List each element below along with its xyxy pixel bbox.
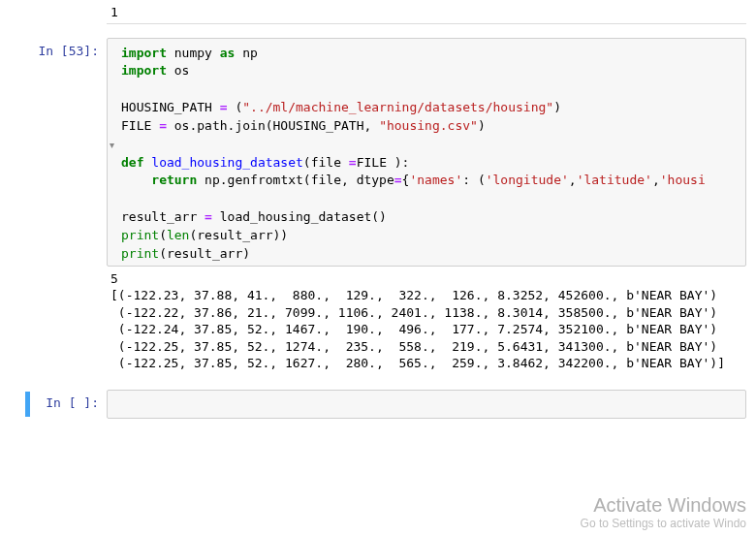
windows-activation-watermark: Activate Windows Go to Settings to activ…	[581, 494, 746, 530]
code-text[interactable]: import numpy as np import os HOUSING_PAT…	[121, 45, 738, 264]
input-prompt-53: In [53]:	[0, 38, 107, 64]
empty-code-cell[interactable]: In [ ]:	[0, 390, 746, 419]
code-scroll-region[interactable]: import numpy as np import os HOUSING_PAT…	[108, 45, 745, 266]
code-cell-53: In [53]: ▾ import numpy as np import os …	[0, 38, 746, 380]
cell-53-output: 5 [(-122.23, 37.88, 41., 880., 129., 322…	[107, 267, 746, 380]
watermark-line1: Activate Windows	[581, 494, 746, 517]
watermark-line2: Go to Settings to activate Windo	[581, 517, 746, 530]
code-editor[interactable]: ▾ import numpy as np import os HOUSING_P…	[107, 38, 746, 267]
input-prompt-empty: In [ ]:	[0, 390, 107, 416]
jupyter-notebook: 1 In [53]: ▾ import numpy as np import o…	[0, 4, 756, 419]
prev-output-prompt	[0, 4, 107, 16]
empty-code-editor[interactable]	[107, 390, 746, 419]
prev-output-text: 1	[107, 4, 746, 23]
fold-triangle-icon[interactable]: ▾	[110, 140, 114, 150]
prev-output-cell: 1	[0, 4, 746, 24]
